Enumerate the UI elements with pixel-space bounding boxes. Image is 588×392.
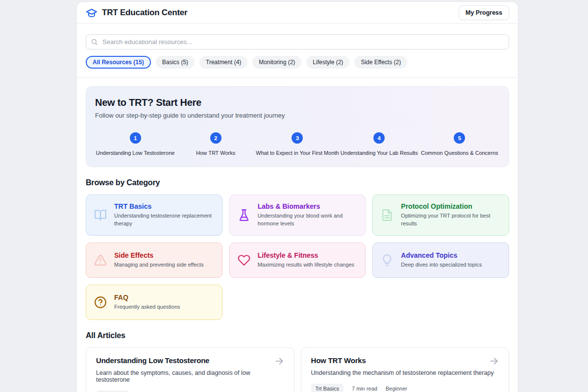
search-icon	[91, 38, 98, 46]
step-4-label: Understanding Your Lab Results	[341, 150, 418, 156]
step-3-label: What to Expect in Your First Month	[256, 150, 339, 156]
category-lifestyle-fitness[interactable]: Lifestyle & Fitness Maximizing results w…	[229, 243, 366, 278]
step-1[interactable]: 1 Understanding Low Testosterone	[95, 132, 175, 156]
main-content: New to TRT? Start Here Follow our step-b…	[77, 78, 518, 392]
article-grid-row-1: Understanding Low Testosterone Learn abo…	[86, 347, 509, 392]
category-protocol-optimization[interactable]: Protocol Optimization Optimizing your TR…	[372, 195, 509, 236]
category-title: Side Effects	[114, 251, 204, 259]
arrow-right-icon	[489, 356, 499, 366]
category-description: Managing and preventing side effects	[114, 261, 204, 269]
step-5-label: Common Questions & Concerns	[421, 150, 498, 156]
article-title: How TRT Works	[311, 356, 366, 365]
step-5[interactable]: 5 Common Questions & Concerns	[419, 132, 500, 156]
filter-side-effects[interactable]: Side Effects (2)	[354, 56, 407, 69]
article-card-how-trt-works[interactable]: How TRT Works Understanding the mechanis…	[301, 347, 510, 392]
hero-subtitle: Follow our step-by-step guide to underst…	[95, 112, 500, 119]
article-category-tag: Trt Basics	[311, 384, 344, 392]
search-box	[86, 34, 509, 49]
hero-title: New to TRT? Start Here	[95, 97, 500, 108]
app-window: TRT Education Center My Progress All Res…	[77, 2, 518, 392]
step-4-number: 4	[373, 132, 385, 144]
book-open-icon	[94, 209, 107, 221]
brand: TRT Education Center	[86, 7, 188, 19]
step-3-number: 3	[292, 132, 303, 144]
step-3[interactable]: 3 What to Expect in Your First Month	[256, 132, 339, 156]
category-trt-basics[interactable]: TRT Basics Understanding testosterone re…	[86, 195, 222, 236]
article-description: Understanding the mechanism of testoster…	[311, 369, 499, 376]
browse-heading: Browse by Category	[86, 178, 509, 187]
category-description: Understanding testosterone replacement t…	[114, 212, 214, 228]
step-2[interactable]: 2 How TRT Works	[175, 132, 256, 156]
category-description: Maximizing results with lifestyle change…	[258, 261, 354, 269]
category-description: Optimizing your TRT protocol for best re…	[401, 212, 501, 228]
lightbulb-icon	[381, 254, 393, 267]
arrow-right-icon	[274, 356, 284, 366]
article-title: Understanding Low Testosterone	[96, 356, 209, 365]
my-progress-button[interactable]: My Progress	[459, 5, 509, 20]
step-5-number: 5	[454, 132, 465, 144]
category-labs-biomarkers[interactable]: Labs & Biomarkers Understanding your blo…	[229, 195, 366, 236]
category-grid: TRT Basics Understanding testosterone re…	[86, 195, 509, 320]
step-2-number: 2	[210, 132, 221, 144]
file-text-icon	[381, 209, 393, 221]
filter-all-resources[interactable]: All Resources (15)	[86, 56, 151, 69]
category-title: FAQ	[114, 294, 180, 301]
category-title: Protocol Optimization	[401, 202, 501, 210]
warning-triangle-icon	[94, 254, 107, 267]
category-advanced-topics[interactable]: Advanced Topics Deep dives into speciali…	[372, 243, 509, 278]
step-list: 1 Understanding Low Testosterone 2 How T…	[95, 132, 500, 156]
search-input[interactable]	[86, 34, 509, 49]
article-description: Learn about the symptoms, causes, and di…	[96, 369, 284, 383]
category-description: Deep dives into specialized topics	[401, 261, 482, 269]
step-2-label: How TRT Works	[196, 150, 235, 156]
filter-treatment[interactable]: Treatment (4)	[199, 56, 247, 69]
articles-heading: All Articles	[86, 331, 509, 340]
step-1-label: Understanding Low Testosterone	[96, 150, 175, 156]
flask-icon	[238, 209, 250, 221]
category-description: Frequently asked questions	[114, 303, 180, 311]
search-section	[77, 24, 518, 49]
category-title: Advanced Topics	[401, 251, 482, 259]
help-circle-icon	[94, 296, 107, 309]
heart-icon	[238, 254, 250, 267]
filter-lifestyle[interactable]: Lifestyle (2)	[306, 56, 349, 69]
filter-bar: All Resources (15) Basics (5) Treatment …	[77, 49, 518, 78]
graduation-cap-icon	[86, 7, 98, 19]
filter-monitoring[interactable]: Monitoring (2)	[252, 56, 301, 69]
category-side-effects[interactable]: Side Effects Managing and preventing sid…	[86, 243, 222, 278]
header: TRT Education Center My Progress	[77, 2, 518, 24]
filter-basics[interactable]: Basics (5)	[156, 56, 195, 69]
category-faq[interactable]: FAQ Frequently asked questions	[86, 285, 222, 320]
article-card-understanding-low-testosterone[interactable]: Understanding Low Testosterone Learn abo…	[86, 347, 294, 392]
step-4[interactable]: 4 Understanding Your Lab Results	[339, 132, 419, 156]
category-title: Lifestyle & Fitness	[258, 251, 354, 259]
article-read-time: 7 min read	[352, 386, 377, 392]
article-level: Beginner	[386, 386, 407, 392]
category-description: Understanding your blood work and hormon…	[258, 212, 358, 228]
step-1-number: 1	[130, 132, 141, 144]
category-title: Labs & Biomarkers	[258, 202, 358, 210]
start-here-banner: New to TRT? Start Here Follow our step-b…	[86, 86, 509, 167]
category-title: TRT Basics	[114, 202, 214, 210]
page-title: TRT Education Center	[102, 8, 188, 18]
